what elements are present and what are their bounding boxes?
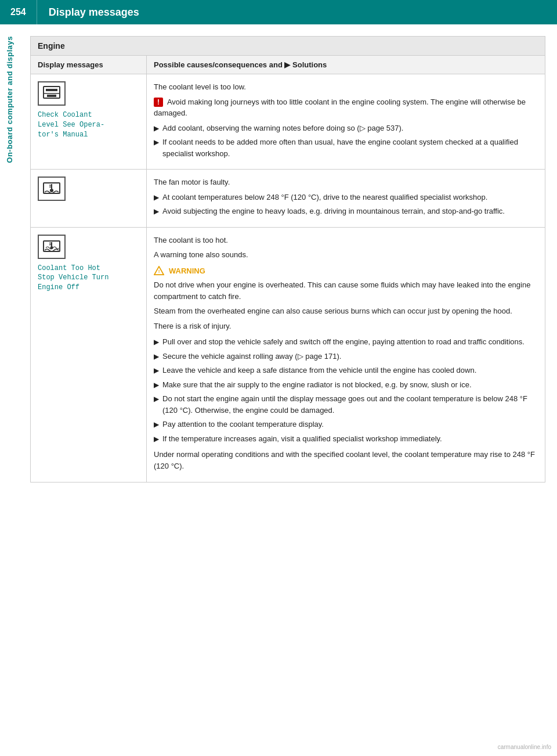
content-3: The coolant is too hot. A warning tone a… — [154, 235, 538, 472]
bullet-arrow: ▶ — [154, 419, 159, 430]
danger-icon: ! — [154, 98, 163, 107]
table-row: Check CoolantLevel See Opera-tor's Manua… — [31, 74, 545, 170]
sidebar-label: On-board computer and displays — [5, 36, 14, 163]
bullet-arrow: ▶ — [154, 337, 159, 347]
engine-table: Engine Display messages Possible causes/… — [30, 36, 545, 483]
header-bar: 254 Display messages — [0, 0, 557, 24]
bullet-arrow: ▶ — [154, 380, 159, 390]
bullet-1-2: ▶ If coolant needs to be added more ofte… — [154, 136, 538, 159]
intro-text-1: The coolant level is too low. — [154, 81, 538, 93]
coolant-hot-svg — [41, 237, 62, 256]
table-row: Coolant Too HotStop Vehicle TurnEngine O… — [31, 227, 545, 483]
sidebar: On-board computer and displays — [0, 24, 19, 756]
warning-block: ! WARNING Do not drive when your engine … — [154, 265, 538, 332]
bullet-arrow: ▶ — [154, 434, 159, 444]
display-cell-2 — [31, 170, 147, 228]
bullet-arrow: ▶ — [154, 206, 159, 217]
warning-text3: There is a risk of injury. — [154, 321, 538, 332]
bullet-3-1: ▶ Pull over and stop the vehicle safely … — [154, 336, 538, 348]
warning-text1: Do not drive when your engine is overhea… — [154, 279, 538, 302]
warning-text2: Steam from the overheated engine can als… — [154, 305, 538, 317]
display-label-3: Coolant Too HotStop Vehicle TurnEngine O… — [38, 264, 139, 293]
causes-cell-1: The coolant level is too low. ! Avoid ma… — [147, 74, 545, 170]
bullet-2-2: ▶ Avoid subjecting the engine to heavy l… — [154, 206, 538, 217]
bullet-3-7: ▶ If the temperature increases again, vi… — [154, 433, 538, 445]
section-header: Engine — [31, 37, 545, 56]
svg-rect-3 — [47, 95, 56, 97]
col-header-display: Display messages — [31, 56, 147, 74]
fan-motor-svg — [41, 179, 62, 198]
intro-text-2: The fan motor is faulty. — [154, 177, 538, 188]
svg-point-6 — [50, 189, 53, 192]
bullet-arrow: ▶ — [154, 123, 159, 134]
bullet-arrow: ▶ — [154, 365, 159, 376]
bullet-3-2: ▶ Secure the vehicle against rolling awa… — [154, 351, 538, 362]
warning-label: WARNING — [169, 265, 205, 277]
warning-header: ! WARNING — [154, 265, 538, 277]
bullet-arrow: ▶ — [154, 351, 159, 362]
coolant-hot-icon — [38, 235, 66, 259]
table-row: The fan motor is faulty. ▶ At coolant te… — [31, 170, 545, 228]
svg-text:!: ! — [158, 269, 160, 275]
page-title: Display messages — [37, 6, 139, 19]
display-label-1: Check CoolantLevel See Opera-tor's Manua… — [38, 110, 139, 139]
col-header-causes: Possible causes/consequences and ▶ Solut… — [147, 56, 545, 74]
display-cell-3: Coolant Too HotStop Vehicle TurnEngine O… — [31, 227, 147, 483]
svg-rect-1 — [46, 89, 57, 91]
bullet-3-4: ▶ Make sure that the air supply to the e… — [154, 379, 538, 391]
main-content: Engine Display messages Possible causes/… — [19, 24, 557, 494]
fan-motor-icon — [38, 177, 66, 201]
page-number: 254 — [0, 0, 37, 24]
intro-text-3b: A warning tone also sounds. — [154, 249, 538, 261]
footer-text: Under normal operating conditions and wi… — [154, 449, 538, 471]
warning-triangle-icon: ! — [154, 266, 164, 275]
causes-cell-2: The fan motor is faulty. ▶ At coolant te… — [147, 170, 545, 228]
causes-cell-3: The coolant is too hot. A warning tone a… — [147, 227, 545, 483]
bullet-3-6: ▶ Pay attention to the coolant temperatu… — [154, 419, 538, 430]
bullet-arrow: ▶ — [154, 192, 159, 203]
intro-text-3a: The coolant is too hot. — [154, 235, 538, 246]
watermark: carmanualonline.info — [498, 744, 551, 750]
bullet-arrow: ▶ — [154, 137, 159, 147]
danger-note-1: ! Avoid making long journeys with too li… — [154, 96, 538, 119]
bullet-arrow: ▶ — [154, 394, 159, 404]
content-2: The fan motor is faulty. ▶ At coolant te… — [154, 177, 538, 217]
bullet-3-5: ▶ Do not start the engine again until th… — [154, 393, 538, 416]
bullet-3-3: ▶ Leave the vehicle and keep a safe dist… — [154, 365, 538, 376]
coolant-level-svg — [41, 84, 62, 103]
bullet-1-1: ▶ Add coolant, observing the warning not… — [154, 123, 538, 134]
coolant-level-icon — [38, 81, 66, 106]
svg-point-11 — [50, 246, 53, 249]
content-1: The coolant level is too low. ! Avoid ma… — [154, 81, 538, 159]
display-cell-1: Check CoolantLevel See Opera-tor's Manua… — [31, 74, 147, 170]
bullet-2-1: ▶ At coolant temperatures below 248 °F (… — [154, 192, 538, 203]
